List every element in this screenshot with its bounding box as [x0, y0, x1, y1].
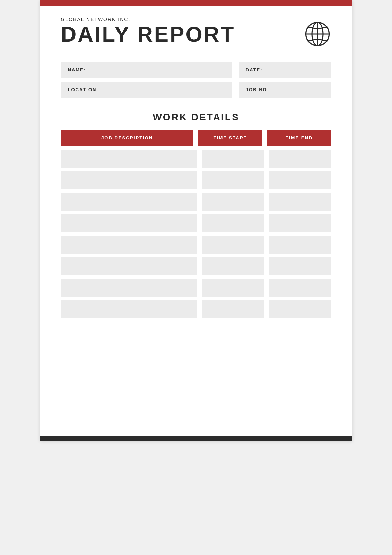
cell-time-end-2[interactable]	[269, 171, 331, 189]
date-field[interactable]: DATE:	[239, 62, 331, 78]
cell-time-start-3[interactable]	[202, 193, 264, 211]
cell-time-end-7[interactable]	[269, 279, 331, 297]
table-row	[61, 193, 331, 211]
work-details-section: WORK DETAILS JOB DESCRIPTION TIME START …	[40, 105, 352, 318]
report-title: DAILY REPORT	[61, 24, 235, 45]
cell-time-end-6[interactable]	[269, 257, 331, 275]
cell-job-desc-2[interactable]	[61, 171, 198, 189]
company-name: GLOBAL NETWORK INC.	[61, 17, 235, 22]
table-header: JOB DESCRIPTION TIME START TIME END	[61, 130, 331, 146]
cell-time-start-4[interactable]	[202, 214, 264, 232]
cell-time-end-4[interactable]	[269, 214, 331, 232]
name-field[interactable]: NAME:	[61, 62, 232, 78]
cell-time-end-5[interactable]	[269, 236, 331, 254]
col-time-end: TIME END	[267, 130, 331, 146]
cell-time-start-1[interactable]	[202, 150, 264, 168]
globe-icon	[304, 20, 331, 48]
cell-job-desc-5[interactable]	[61, 236, 198, 254]
cell-time-start-7[interactable]	[202, 279, 264, 297]
top-bar	[40, 0, 352, 6]
table-row	[61, 279, 331, 297]
table-rows	[61, 150, 331, 318]
cell-job-desc-8[interactable]	[61, 300, 198, 318]
col-time-start: TIME START	[198, 130, 262, 146]
location-field[interactable]: LOCATION:	[61, 82, 232, 98]
cell-job-desc-6[interactable]	[61, 257, 198, 275]
work-table: JOB DESCRIPTION TIME START TIME END	[61, 130, 331, 318]
cell-time-start-8[interactable]	[202, 300, 264, 318]
table-row	[61, 150, 331, 168]
report-page: GLOBAL NETWORK INC. DAILY REPORT NAME: D…	[40, 0, 352, 441]
table-row	[61, 214, 331, 232]
cell-job-desc-3[interactable]	[61, 193, 198, 211]
fields-row-1: NAME: DATE:	[61, 62, 331, 78]
cell-time-start-5[interactable]	[202, 236, 264, 254]
job-no-field[interactable]: JOB NO.:	[239, 82, 331, 98]
cell-time-end-3[interactable]	[269, 193, 331, 211]
section-title: WORK DETAILS	[61, 112, 331, 123]
table-row	[61, 171, 331, 189]
bottom-bar	[40, 436, 352, 441]
fields-section: NAME: DATE: LOCATION: JOB NO.:	[40, 55, 352, 105]
fields-row-2: LOCATION: JOB NO.:	[61, 82, 331, 98]
table-row	[61, 257, 331, 275]
cell-job-desc-1[interactable]	[61, 150, 198, 168]
cell-time-start-2[interactable]	[202, 171, 264, 189]
table-row	[61, 300, 331, 318]
cell-time-start-6[interactable]	[202, 257, 264, 275]
table-row	[61, 236, 331, 254]
cell-time-end-8[interactable]	[269, 300, 331, 318]
header-left: GLOBAL NETWORK INC. DAILY REPORT	[61, 17, 235, 45]
col-job-description: JOB DESCRIPTION	[61, 130, 193, 146]
cell-job-desc-4[interactable]	[61, 214, 198, 232]
cell-time-end-1[interactable]	[269, 150, 331, 168]
header: GLOBAL NETWORK INC. DAILY REPORT	[40, 6, 352, 55]
cell-job-desc-7[interactable]	[61, 279, 198, 297]
